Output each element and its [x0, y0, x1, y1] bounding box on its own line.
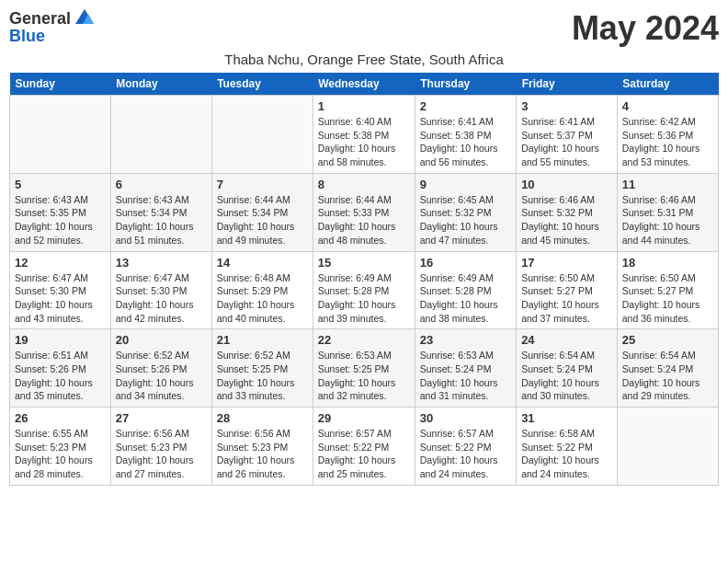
day-number: 16 — [420, 256, 511, 270]
day-header-thursday: Thursday — [415, 73, 516, 96]
day-info: Sunrise: 6:50 AM Sunset: 5:27 PM Dayligh… — [622, 271, 713, 326]
day-info: Sunrise: 6:51 AM Sunset: 5:26 PM Dayligh… — [15, 349, 106, 403]
calendar-cell — [617, 408, 718, 486]
day-header-friday: Friday — [517, 73, 618, 96]
day-info: Sunrise: 6:49 AM Sunset: 5:28 PM Dayligh… — [318, 271, 410, 326]
day-number: 15 — [318, 256, 410, 270]
day-number: 10 — [521, 178, 612, 191]
day-number: 31 — [521, 411, 612, 425]
calendar-header-row: SundayMondayTuesdayWednesdayThursdayFrid… — [10, 73, 719, 96]
month-title: May 2024 — [572, 9, 719, 48]
day-info: Sunrise: 6:41 AM Sunset: 5:38 PM Dayligh… — [420, 115, 511, 169]
logo-general: General — [9, 9, 71, 28]
day-number: 29 — [318, 411, 410, 425]
day-info: Sunrise: 6:42 AM Sunset: 5:36 PM Dayligh… — [622, 115, 713, 169]
day-info: Sunrise: 6:41 AM Sunset: 5:37 PM Dayligh… — [521, 115, 612, 169]
day-header-saturday: Saturday — [617, 73, 718, 96]
calendar-cell: 24Sunrise: 6:54 AM Sunset: 5:24 PM Dayli… — [517, 329, 618, 408]
day-info: Sunrise: 6:58 AM Sunset: 5:22 PM Dayligh… — [521, 427, 612, 481]
calendar-cell: 12Sunrise: 6:47 AM Sunset: 5:30 PM Dayli… — [10, 251, 111, 329]
calendar-week-4: 19Sunrise: 6:51 AM Sunset: 5:26 PM Dayli… — [10, 329, 719, 408]
day-info: Sunrise: 6:44 AM Sunset: 5:34 PM Dayligh… — [217, 193, 308, 247]
location-title: Thaba Nchu, Orange Free State, South Afr… — [9, 52, 719, 67]
day-info: Sunrise: 6:44 AM Sunset: 5:33 PM Dayligh… — [318, 193, 410, 247]
calendar-cell: 21Sunrise: 6:52 AM Sunset: 5:25 PM Dayli… — [211, 329, 313, 408]
day-info: Sunrise: 6:57 AM Sunset: 5:22 PM Dayligh… — [318, 427, 410, 481]
day-number: 2 — [420, 99, 511, 113]
day-number: 7 — [217, 178, 308, 191]
calendar-cell: 15Sunrise: 6:49 AM Sunset: 5:28 PM Dayli… — [313, 251, 415, 329]
day-info: Sunrise: 6:55 AM Sunset: 5:23 PM Dayligh… — [15, 427, 106, 481]
calendar-cell: 23Sunrise: 6:53 AM Sunset: 5:24 PM Dayli… — [415, 329, 516, 408]
day-number: 24 — [521, 333, 612, 347]
day-number: 19 — [15, 333, 106, 347]
day-number: 26 — [15, 411, 106, 425]
calendar-cell — [211, 96, 313, 174]
day-info: Sunrise: 6:46 AM Sunset: 5:32 PM Dayligh… — [521, 193, 612, 247]
day-info: Sunrise: 6:47 AM Sunset: 5:30 PM Dayligh… — [15, 271, 106, 326]
calendar-week-5: 26Sunrise: 6:55 AM Sunset: 5:23 PM Dayli… — [10, 408, 719, 486]
day-number: 22 — [318, 333, 410, 347]
day-number: 18 — [622, 256, 713, 270]
day-number: 14 — [217, 256, 308, 270]
calendar-cell: 26Sunrise: 6:55 AM Sunset: 5:23 PM Dayli… — [10, 408, 111, 486]
day-number: 28 — [217, 411, 308, 425]
calendar-cell: 6Sunrise: 6:43 AM Sunset: 5:34 PM Daylig… — [110, 173, 211, 251]
calendar-cell: 20Sunrise: 6:52 AM Sunset: 5:26 PM Dayli… — [110, 329, 211, 408]
calendar-week-2: 5Sunrise: 6:43 AM Sunset: 5:35 PM Daylig… — [10, 173, 719, 251]
calendar-cell: 17Sunrise: 6:50 AM Sunset: 5:27 PM Dayli… — [517, 251, 618, 329]
calendar-cell: 29Sunrise: 6:57 AM Sunset: 5:22 PM Dayli… — [313, 408, 415, 486]
calendar-cell: 28Sunrise: 6:56 AM Sunset: 5:23 PM Dayli… — [211, 408, 313, 486]
day-info: Sunrise: 6:40 AM Sunset: 5:38 PM Dayligh… — [318, 115, 410, 169]
day-number: 8 — [318, 178, 410, 191]
calendar-cell: 13Sunrise: 6:47 AM Sunset: 5:30 PM Dayli… — [110, 251, 211, 329]
calendar-cell: 14Sunrise: 6:48 AM Sunset: 5:29 PM Dayli… — [211, 251, 313, 329]
logo-blue: Blue — [9, 28, 45, 44]
logo-text: General — [9, 9, 94, 28]
day-info: Sunrise: 6:49 AM Sunset: 5:28 PM Dayligh… — [420, 271, 511, 326]
logo: General Blue — [9, 9, 94, 44]
day-info: Sunrise: 6:52 AM Sunset: 5:25 PM Dayligh… — [217, 349, 308, 403]
calendar-table: SundayMondayTuesdayWednesdayThursdayFrid… — [9, 73, 719, 486]
day-number: 27 — [116, 411, 207, 425]
day-header-wednesday: Wednesday — [313, 73, 415, 96]
calendar-cell: 2Sunrise: 6:41 AM Sunset: 5:38 PM Daylig… — [415, 96, 516, 174]
day-number: 9 — [420, 178, 511, 191]
day-number: 25 — [622, 333, 713, 347]
day-info: Sunrise: 6:48 AM Sunset: 5:29 PM Dayligh… — [217, 271, 308, 326]
day-number: 13 — [116, 256, 207, 270]
calendar-week-3: 12Sunrise: 6:47 AM Sunset: 5:30 PM Dayli… — [10, 251, 719, 329]
calendar-cell: 31Sunrise: 6:58 AM Sunset: 5:22 PM Dayli… — [517, 408, 618, 486]
calendar-cell: 27Sunrise: 6:56 AM Sunset: 5:23 PM Dayli… — [110, 408, 211, 486]
day-number: 5 — [15, 178, 106, 191]
day-info: Sunrise: 6:52 AM Sunset: 5:26 PM Dayligh… — [116, 349, 207, 403]
day-number: 23 — [420, 333, 511, 347]
day-info: Sunrise: 6:43 AM Sunset: 5:35 PM Dayligh… — [15, 193, 106, 247]
calendar-cell: 1Sunrise: 6:40 AM Sunset: 5:38 PM Daylig… — [313, 96, 415, 174]
day-number: 1 — [318, 99, 410, 113]
day-number: 11 — [622, 178, 713, 191]
day-header-monday: Monday — [110, 73, 211, 96]
day-number: 3 — [521, 99, 612, 113]
day-info: Sunrise: 6:45 AM Sunset: 5:32 PM Dayligh… — [420, 193, 511, 247]
day-info: Sunrise: 6:54 AM Sunset: 5:24 PM Dayligh… — [622, 349, 713, 403]
day-info: Sunrise: 6:57 AM Sunset: 5:22 PM Dayligh… — [420, 427, 511, 481]
day-info: Sunrise: 6:47 AM Sunset: 5:30 PM Dayligh… — [116, 271, 207, 326]
logo-icon — [75, 9, 94, 24]
day-number: 12 — [15, 256, 106, 270]
calendar-cell — [10, 96, 111, 174]
calendar-cell: 5Sunrise: 6:43 AM Sunset: 5:35 PM Daylig… — [10, 173, 111, 251]
calendar-cell: 11Sunrise: 6:46 AM Sunset: 5:31 PM Dayli… — [617, 173, 718, 251]
calendar-cell: 10Sunrise: 6:46 AM Sunset: 5:32 PM Dayli… — [517, 173, 618, 251]
day-info: Sunrise: 6:53 AM Sunset: 5:24 PM Dayligh… — [420, 349, 511, 403]
day-number: 4 — [622, 99, 713, 113]
day-number: 21 — [217, 333, 308, 347]
calendar-cell: 22Sunrise: 6:53 AM Sunset: 5:25 PM Dayli… — [313, 329, 415, 408]
calendar-cell: 18Sunrise: 6:50 AM Sunset: 5:27 PM Dayli… — [617, 251, 718, 329]
calendar-cell — [110, 96, 211, 174]
calendar-cell: 16Sunrise: 6:49 AM Sunset: 5:28 PM Dayli… — [415, 251, 516, 329]
day-info: Sunrise: 6:46 AM Sunset: 5:31 PM Dayligh… — [622, 193, 713, 247]
day-info: Sunrise: 6:50 AM Sunset: 5:27 PM Dayligh… — [521, 271, 612, 326]
calendar-cell: 19Sunrise: 6:51 AM Sunset: 5:26 PM Dayli… — [10, 329, 111, 408]
page-header: General Blue May 2024 — [9, 9, 719, 48]
